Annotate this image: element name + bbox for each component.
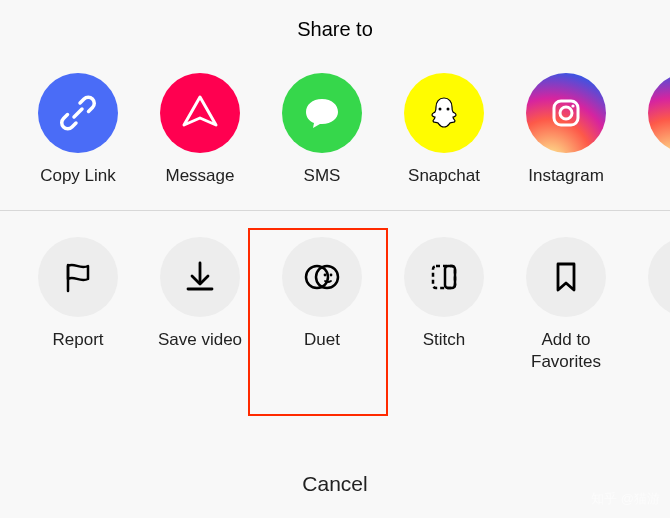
svg-rect-2 [554, 101, 578, 125]
share-item-instagram[interactable]: Instagram [506, 73, 626, 186]
share-sheet: Share to Copy LinkMessageSMSSnapchatInst… [0, 0, 670, 518]
svg-point-0 [439, 108, 442, 111]
instagram-label: Instagram [528, 165, 604, 186]
share-item-story-partial[interactable]: S [628, 73, 670, 186]
snapchat-label: Snapchat [408, 165, 480, 186]
divider [0, 210, 670, 211]
svg-point-4 [571, 104, 574, 107]
svg-point-10 [324, 274, 327, 277]
actions-row: ReportSave videoDuetStitchAdd to Favorit… [0, 237, 670, 372]
save-video-icon [160, 237, 240, 317]
sms-label: SMS [304, 165, 341, 186]
share-targets-row: Copy LinkMessageSMSSnapchatInstagramS [0, 73, 670, 186]
story-partial-icon [648, 73, 670, 153]
copy-link-icon [38, 73, 118, 153]
snapchat-icon [404, 73, 484, 153]
add-to-favorites-label: Add to Favorites [531, 329, 601, 372]
sms-icon [282, 73, 362, 153]
copy-link-label: Copy Link [40, 165, 116, 186]
share-item-message[interactable]: Message [140, 73, 260, 186]
stitch-label: Stitch [423, 329, 466, 350]
share-item-live-partial[interactable]: Live [628, 237, 670, 372]
svg-point-3 [560, 107, 572, 119]
share-item-save-video[interactable]: Save video [140, 237, 260, 372]
live-partial-icon [648, 237, 670, 317]
duet-label: Duet [304, 329, 340, 350]
share-item-copy-link[interactable]: Copy Link [18, 73, 138, 186]
message-label: Message [166, 165, 235, 186]
share-sheet-title: Share to [0, 0, 670, 51]
add-to-favorites-icon [526, 237, 606, 317]
share-item-duet[interactable]: Duet [262, 237, 382, 372]
report-icon [38, 237, 118, 317]
share-item-report[interactable]: Report [18, 237, 138, 372]
instagram-icon [526, 73, 606, 153]
share-item-sms[interactable]: SMS [262, 73, 382, 186]
stitch-icon [404, 237, 484, 317]
share-item-add-to-favorites[interactable]: Add to Favorites [506, 237, 626, 372]
share-item-snapchat[interactable]: Snapchat [384, 73, 504, 186]
duet-icon [282, 237, 362, 317]
message-icon [160, 73, 240, 153]
svg-point-1 [447, 108, 450, 111]
cancel-button[interactable]: Cancel [0, 450, 670, 518]
save-video-label: Save video [158, 329, 242, 350]
report-label: Report [52, 329, 103, 350]
svg-point-11 [330, 274, 333, 277]
share-item-stitch[interactable]: Stitch [384, 237, 504, 372]
svg-rect-13 [445, 266, 455, 288]
